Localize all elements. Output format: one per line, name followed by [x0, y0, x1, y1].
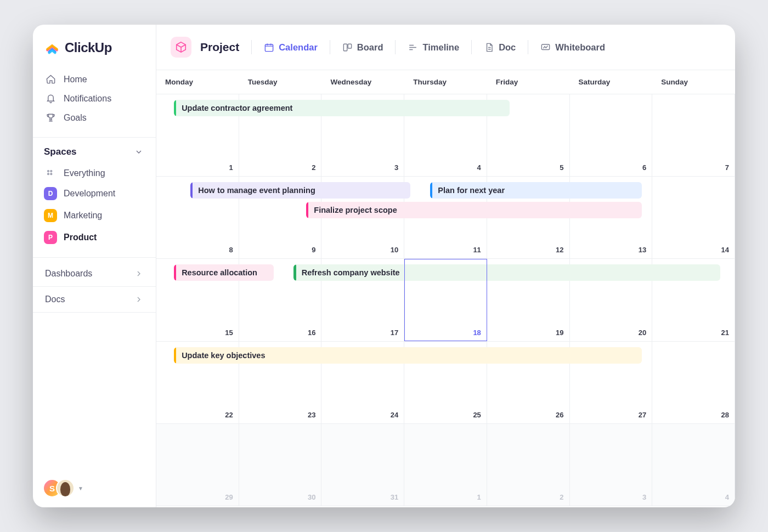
nav-dashboards[interactable]: Dashboards [33, 261, 156, 286]
bell-icon [45, 93, 56, 104]
day-number: 10 [391, 246, 398, 254]
event-color-bar [293, 264, 296, 281]
space-development[interactable]: D Development [38, 183, 150, 205]
space-everything[interactable]: Everything [38, 164, 150, 183]
view-header: Project Calendar Board Timeline Doc [156, 25, 735, 70]
user-avatars[interactable]: S ▼ [43, 479, 83, 497]
calendar-cell[interactable]: 31 [321, 424, 404, 506]
space-label: Development [64, 189, 115, 199]
calendar-cell[interactable]: 6 [570, 94, 653, 176]
calendar-day-headers: Monday Tuesday Wednesday Thursday Friday… [156, 70, 735, 94]
nav-list: Home Notifications Goals [33, 67, 156, 137]
avatar [56, 479, 75, 497]
calendar-event[interactable]: Plan for next year [430, 182, 642, 199]
space-marketing[interactable]: M Marketing [38, 205, 150, 227]
day-number: 4 [725, 493, 729, 501]
day-number: 5 [560, 163, 563, 172]
nav-home[interactable]: Home [38, 70, 150, 89]
calendar-cell[interactable]: 4 [652, 424, 735, 506]
timeline-icon [408, 42, 418, 53]
day-number: 17 [391, 329, 398, 337]
spaces-list: Everything D Development M Marketing P P… [33, 164, 156, 257]
day-number: 1 [229, 163, 233, 172]
svg-point-3 [50, 173, 52, 175]
space-label: Everything [64, 168, 105, 178]
day-number: 31 [391, 493, 398, 501]
calendar-row: 22232425262728Update key objectives [156, 342, 735, 424]
view-tab-doc[interactable]: Doc [478, 39, 521, 56]
calendar-event[interactable]: Finalize project scope [306, 202, 642, 218]
day-number: 16 [308, 329, 315, 337]
day-number: 25 [473, 411, 481, 419]
sidebar-bottom: Dashboards Docs [33, 258, 156, 316]
view-tab-whiteboard[interactable]: Whiteboard [535, 39, 611, 56]
day-number: 27 [639, 411, 646, 419]
svg-rect-4 [266, 44, 273, 51]
day-number: 11 [473, 246, 481, 254]
calendar-event[interactable]: Resource allocation [174, 264, 274, 281]
day-number: 1 [477, 493, 481, 501]
day-header: Wednesday [321, 70, 404, 94]
calendar-event[interactable]: Update contractor agreement [174, 100, 510, 116]
whiteboard-icon [540, 42, 551, 53]
calendar-event[interactable]: How to manage event planning [190, 182, 410, 199]
divider [471, 40, 472, 54]
day-number: 3 [394, 163, 398, 172]
calendar-row: 891011121314How to manage event planning… [156, 177, 735, 259]
view-tab-calendar[interactable]: Calendar [258, 39, 323, 56]
event-label: How to manage event planning [198, 186, 315, 195]
svg-point-2 [48, 173, 49, 175]
view-tab-board[interactable]: Board [337, 39, 389, 56]
brand-logo[interactable]: ClickUp [33, 25, 156, 67]
nav-docs[interactable]: Docs [33, 287, 156, 312]
nav-notifications[interactable]: Notifications [38, 89, 150, 108]
event-label: Update contractor agreement [182, 104, 292, 112]
trophy-icon [45, 112, 56, 123]
space-product[interactable]: P Product [38, 227, 150, 248]
view-label: Calendar [279, 42, 318, 53]
day-header: Tuesday [239, 70, 322, 94]
calendar: Monday Tuesday Wednesday Thursday Friday… [156, 70, 735, 507]
event-label: Resource allocation [182, 268, 257, 277]
svg-point-0 [48, 171, 49, 172]
day-header: Thursday [404, 70, 487, 94]
space-chip: D [44, 187, 57, 200]
calendar-cell[interactable]: 28 [652, 342, 735, 423]
doc-icon [484, 42, 494, 53]
day-number: 9 [312, 246, 315, 254]
view-label: Whiteboard [555, 42, 605, 53]
calendar-event[interactable]: Update key objectives [174, 347, 642, 364]
calendar-cell[interactable]: 2 [487, 424, 570, 506]
calendar-row: 1234567Update contractor agreement [156, 94, 735, 177]
divider [330, 40, 330, 54]
calendar-cell[interactable]: 30 [239, 424, 322, 506]
event-label: Update key objectives [182, 351, 265, 360]
nav-goals[interactable]: Goals [38, 108, 150, 127]
day-number: 6 [642, 163, 646, 172]
brand-name: ClickUp [65, 40, 112, 55]
day-number: 2 [560, 493, 563, 501]
event-color-bar [430, 182, 433, 199]
project-icon [171, 37, 191, 58]
space-label: Product [64, 233, 97, 242]
view-label: Timeline [422, 42, 459, 53]
calendar-cell[interactable]: 3 [570, 424, 653, 506]
svg-rect-6 [348, 44, 351, 48]
day-number: 24 [391, 411, 398, 419]
day-number: 28 [721, 411, 729, 419]
day-number: 29 [225, 493, 233, 501]
project-title: Project [200, 41, 239, 54]
calendar-cell[interactable]: 29 [156, 424, 239, 506]
calendar-cell[interactable]: 1 [404, 424, 487, 506]
spaces-header[interactable]: Spaces [33, 138, 156, 164]
calendar-body: 1234567Update contractor agreement891011… [156, 94, 735, 506]
day-number: 15 [225, 329, 233, 337]
app-window: ClickUp Home Notifications Goals [33, 25, 735, 507]
view-tab-timeline[interactable]: Timeline [402, 39, 465, 56]
calendar-event[interactable]: Refresh company website [293, 264, 720, 281]
chevron-down-icon [134, 147, 144, 157]
calendar-cell[interactable]: 14 [652, 177, 735, 258]
calendar-row: 15161718192021Resource allocationRefresh… [156, 259, 735, 341]
day-number: 20 [639, 329, 646, 337]
calendar-cell[interactable]: 7 [652, 94, 735, 176]
